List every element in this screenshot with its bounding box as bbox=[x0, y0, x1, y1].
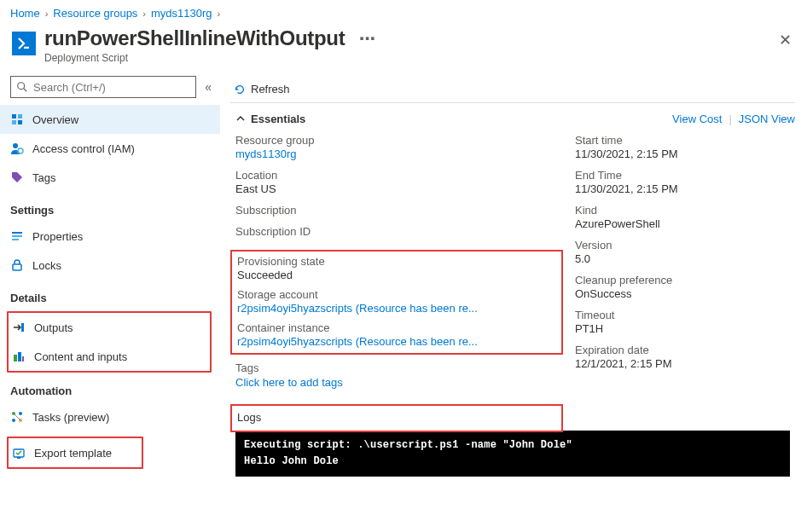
search-input[interactable] bbox=[33, 81, 190, 94]
svg-rect-12 bbox=[13, 264, 21, 270]
storage-account-link[interactable]: r2psim4oyi5hyazscripts (Resource has bee… bbox=[237, 302, 485, 315]
field-storage-account: Storage account r2psim4oyi5hyazscripts (… bbox=[232, 288, 560, 315]
svg-rect-14 bbox=[14, 355, 17, 361]
chevron-right-icon: › bbox=[45, 9, 49, 19]
lock-icon bbox=[10, 258, 24, 272]
sidebar-item-export[interactable]: Export template bbox=[9, 438, 142, 467]
collapse-sidebar-button[interactable]: « bbox=[205, 80, 212, 94]
svg-rect-5 bbox=[12, 120, 16, 124]
svg-rect-11 bbox=[12, 239, 19, 240]
sidebar-item-tags[interactable]: Tags bbox=[0, 163, 220, 192]
logs-terminal-container: Executing script: .\userscript.ps1 -name… bbox=[235, 431, 790, 477]
field-cleanup: Cleanup preference OnSuccess bbox=[570, 274, 795, 300]
page-header: runPowerShellInlineWithOutput ··· Deploy… bbox=[0, 23, 807, 72]
more-actions-button[interactable]: ··· bbox=[359, 26, 375, 49]
page-subtitle: Deployment Script bbox=[44, 52, 795, 64]
content-icon bbox=[12, 350, 26, 363]
sidebar: « Overview Access control (IAM) Tags Set… bbox=[0, 72, 220, 532]
breadcrumb-resource-groups[interactable]: Resource groups bbox=[53, 7, 137, 20]
essentials-grid: Resource group myds1130rg Location East … bbox=[230, 134, 795, 432]
deployment-script-icon bbox=[12, 32, 36, 55]
svg-rect-16 bbox=[22, 356, 24, 361]
field-resource-group: Resource group myds1130rg bbox=[230, 134, 563, 160]
field-container-instance: Container instance r2psim4oyi5hyazscript… bbox=[232, 321, 560, 348]
logs-title: Logs bbox=[232, 406, 561, 431]
search-icon bbox=[16, 81, 28, 93]
export-template-icon bbox=[12, 446, 26, 460]
svg-rect-15 bbox=[18, 352, 21, 361]
field-kind: Kind AzurePowerShell bbox=[570, 204, 795, 230]
svg-point-19 bbox=[12, 419, 15, 422]
sidebar-item-label: Overview bbox=[32, 113, 78, 126]
main-content: Refresh Essentials View Cost | JSON View… bbox=[220, 72, 807, 532]
properties-icon bbox=[10, 229, 24, 243]
svg-point-7 bbox=[13, 143, 18, 148]
chevron-right-icon: › bbox=[142, 9, 146, 19]
refresh-button[interactable]: Refresh bbox=[234, 83, 290, 95]
essentials-header: Essentials View Cost | JSON View bbox=[230, 103, 795, 134]
search-box[interactable] bbox=[10, 76, 196, 98]
view-cost-link[interactable]: View Cost bbox=[672, 113, 722, 125]
sidebar-item-overview[interactable]: Overview bbox=[0, 105, 220, 134]
sidebar-item-content[interactable]: Content and inputs bbox=[9, 342, 210, 371]
field-end-time: End Time 11/30/2021, 2:15 PM bbox=[570, 169, 795, 195]
resource-group-link[interactable]: myds1130rg bbox=[235, 147, 563, 160]
chevron-up-icon bbox=[235, 113, 246, 124]
chevron-right-icon: › bbox=[218, 9, 221, 19]
tasks-icon bbox=[10, 410, 24, 424]
breadcrumb-group[interactable]: myds1130rg bbox=[151, 7, 212, 20]
overview-icon bbox=[10, 113, 24, 126]
sidebar-item-tasks[interactable]: Tasks (preview) bbox=[0, 402, 220, 431]
close-button[interactable]: ✕ bbox=[775, 30, 795, 50]
add-tags-link[interactable]: Click here to add tags bbox=[235, 376, 563, 389]
svg-rect-0 bbox=[24, 47, 29, 49]
svg-point-18 bbox=[19, 412, 22, 415]
field-expiration: Expiration date 12/1/2021, 2:15 PM bbox=[570, 344, 795, 370]
svg-rect-13 bbox=[21, 323, 24, 332]
sidebar-item-outputs[interactable]: Outputs bbox=[9, 313, 210, 342]
container-instance-link[interactable]: r2psim4oyi5hyazscripts (Resource has bee… bbox=[237, 335, 485, 348]
toolbar: Refresh bbox=[230, 76, 795, 103]
highlight-export: Export template bbox=[7, 437, 143, 469]
sidebar-section-automation: Automation bbox=[0, 373, 220, 402]
field-subscription: Subscription bbox=[230, 204, 563, 217]
json-view-link[interactable]: JSON View bbox=[739, 113, 795, 125]
sidebar-item-label: Outputs bbox=[34, 321, 73, 334]
refresh-label: Refresh bbox=[251, 83, 290, 95]
field-location: Location East US bbox=[230, 169, 563, 195]
separator: | bbox=[729, 113, 731, 125]
field-provisioning-state: Provisioning state Succeeded bbox=[232, 255, 560, 281]
sidebar-item-label: Export template bbox=[34, 447, 112, 460]
sidebar-section-details: Details bbox=[0, 280, 220, 309]
svg-rect-10 bbox=[12, 235, 22, 237]
sidebar-item-label: Tags bbox=[32, 171, 55, 184]
sidebar-item-label: Properties bbox=[32, 230, 83, 243]
tags-row: Tags Click here to add tags bbox=[230, 361, 563, 389]
svg-rect-4 bbox=[18, 114, 22, 119]
tag-icon bbox=[10, 171, 24, 184]
log-line: Executing script: .\userscript.ps1 -name… bbox=[244, 437, 781, 454]
logs-section: Logs bbox=[230, 404, 563, 432]
svg-rect-9 bbox=[12, 232, 22, 234]
sidebar-item-label: Locks bbox=[32, 259, 61, 272]
essentials-title: Essentials bbox=[251, 113, 305, 125]
sidebar-item-label: Access control (IAM) bbox=[32, 142, 135, 155]
person-icon bbox=[10, 142, 24, 155]
sidebar-item-iam[interactable]: Access control (IAM) bbox=[0, 134, 220, 163]
refresh-icon bbox=[234, 84, 246, 95]
sidebar-item-properties[interactable]: Properties bbox=[0, 222, 220, 251]
field-subscription-id: Subscription ID bbox=[230, 225, 563, 238]
essentials-toggle[interactable]: Essentials bbox=[230, 113, 305, 125]
breadcrumb-home[interactable]: Home bbox=[10, 7, 40, 20]
breadcrumb: Home › Resource groups › myds1130rg › bbox=[0, 0, 807, 23]
field-version: Version 5.0 bbox=[570, 239, 795, 265]
field-start-time: Start time 11/30/2021, 2:15 PM bbox=[570, 134, 795, 160]
svg-point-1 bbox=[18, 83, 25, 90]
highlight-details: Outputs Content and inputs bbox=[7, 311, 212, 373]
highlight-provisioning: Provisioning state Succeeded Storage acc… bbox=[230, 250, 563, 355]
logs-terminal: Executing script: .\userscript.ps1 -name… bbox=[235, 431, 790, 477]
sidebar-section-settings: Settings bbox=[0, 192, 220, 222]
sidebar-item-label: Content and inputs bbox=[34, 350, 127, 363]
svg-point-8 bbox=[18, 148, 23, 153]
sidebar-item-locks[interactable]: Locks bbox=[0, 251, 220, 280]
